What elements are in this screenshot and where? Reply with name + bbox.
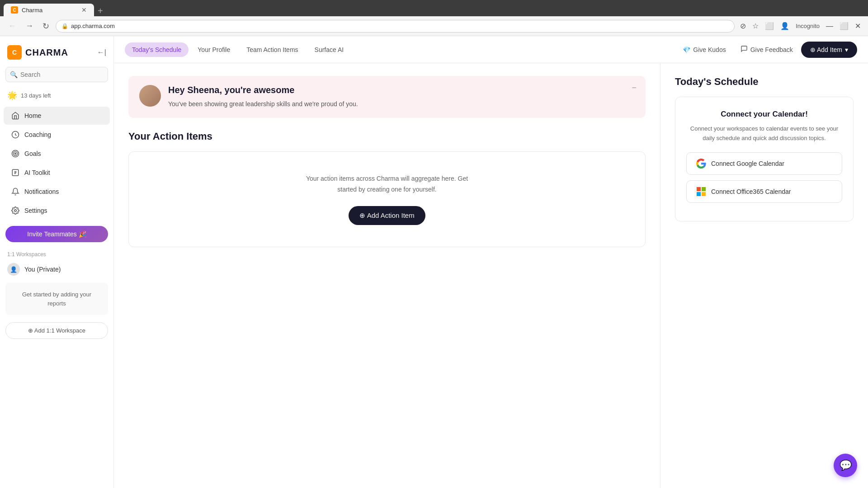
workspaces-section-label: 1:1 Workspaces	[0, 248, 113, 259]
search-input[interactable]	[5, 67, 108, 82]
tab-title: Charma	[22, 7, 42, 14]
kudos-message: You've been showing great leadership ski…	[168, 99, 635, 109]
sidebar-home-label: Home	[24, 112, 41, 119]
action-items-empty-state: Your action items across Charma will agg…	[128, 151, 646, 247]
incognito-label: Incognito	[794, 23, 821, 29]
address-text: app.charma.com	[71, 23, 115, 29]
nav-todays-schedule-label: Today's Schedule	[132, 46, 181, 53]
logo-icon: C	[7, 45, 22, 60]
kudos-close-button[interactable]: −	[632, 83, 637, 93]
invite-teammates-button[interactable]: Invite Teammates 🎉	[5, 226, 108, 242]
right-sidebar-title: Today's Schedule	[675, 76, 854, 88]
cast-button[interactable]: ⊘	[738, 20, 748, 32]
search-icon: 🔍	[10, 71, 18, 78]
add-action-item-label: ⊕ Add Action Item	[359, 211, 414, 220]
top-navigation: Today's Schedule Your Profile Team Actio…	[114, 36, 868, 63]
lock-icon: 🔒	[61, 23, 68, 29]
action-items-section-title: Your Action Items	[128, 131, 646, 142]
trial-text: 13 days left	[21, 92, 51, 99]
nav-todays-schedule[interactable]: Today's Schedule	[125, 42, 189, 57]
svg-point-2	[14, 152, 18, 156]
right-sidebar: Today's Schedule Connect your Calendar! …	[660, 63, 868, 488]
kudos-banner: Hey Sheena, you're awesome You've been s…	[128, 76, 646, 118]
home-icon	[11, 111, 20, 120]
kudos-content: Hey Sheena, you're awesome You've been s…	[168, 85, 635, 109]
sidebar-item-settings[interactable]: Settings	[4, 202, 110, 220]
give-feedback-button[interactable]: Give Feedback	[734, 42, 799, 57]
avatar-icon: 👤	[10, 266, 17, 273]
feedback-icon	[741, 45, 748, 54]
bookmark-button[interactable]: ☆	[750, 20, 760, 32]
add-action-item-button[interactable]: ⊕ Add Action Item	[349, 206, 425, 225]
give-feedback-label: Give Feedback	[750, 46, 793, 53]
sidebar-item-coaching[interactable]: Coaching	[4, 126, 110, 144]
action-items-empty-text: Your action items across Charma will agg…	[301, 174, 473, 195]
kudos-title: Hey Sheena, you're awesome	[168, 85, 635, 95]
sidebar: C CHARMA ←| 🔍 🌟 13 days left Home	[0, 36, 114, 488]
content-area: Hey Sheena, you're awesome You've been s…	[114, 63, 868, 488]
account-button[interactable]: 👤	[778, 20, 791, 32]
calendar-card-text: Connect your workspaces to calendar even…	[686, 124, 842, 143]
sidebar-ai-toolkit-label: AI Toolkit	[24, 169, 50, 176]
forward-button[interactable]: →	[23, 19, 36, 33]
calendar-card-title: Connect your Calendar!	[686, 110, 842, 119]
sidebar-notifications-label: Notifications	[24, 188, 59, 195]
diamond-icon: 💎	[683, 46, 690, 53]
connect-google-calendar-button[interactable]: Connect Google Calendar	[686, 152, 842, 175]
svg-rect-8	[697, 192, 701, 196]
chat-icon: 💬	[840, 460, 852, 471]
trial-icon: 🌟	[7, 90, 17, 100]
add-item-label: ⊕ Add Item	[810, 46, 842, 53]
workspace-you-private[interactable]: 👤 You (Private)	[0, 259, 113, 279]
empty-state-text: Get started by adding your reports	[13, 290, 101, 308]
browser-tab[interactable]: C Charma ✕	[4, 4, 94, 16]
chat-button[interactable]: 💬	[834, 454, 857, 477]
nav-surface-ai-label: Surface AI	[315, 46, 344, 53]
new-tab-button[interactable]: +	[94, 6, 107, 16]
address-bar[interactable]: 🔒 app.charma.com	[56, 20, 735, 33]
extension-button[interactable]: ⬜	[763, 20, 776, 32]
close-window-button[interactable]: ✕	[853, 20, 863, 32]
connect-google-label: Connect Google Calendar	[711, 160, 784, 167]
sidebar-coaching-label: Coaching	[24, 131, 51, 138]
sidebar-item-notifications[interactable]: Notifications	[4, 183, 110, 201]
sidebar-collapse-button[interactable]: ←|	[97, 48, 106, 56]
ai-icon	[11, 168, 20, 177]
svg-point-3	[15, 153, 16, 155]
sidebar-item-goals[interactable]: Goals	[4, 145, 110, 163]
minimize-button[interactable]: —	[824, 20, 835, 32]
bell-icon	[11, 187, 20, 196]
kudos-avatar	[139, 85, 161, 107]
add-workspace-button[interactable]: ⊕ Add 1:1 Workspace	[5, 322, 108, 339]
sidebar-empty-state: Get started by adding your reports	[5, 283, 108, 315]
nav-your-profile[interactable]: Your Profile	[190, 42, 237, 57]
workspace-avatar: 👤	[7, 263, 20, 276]
charma-logo: C CHARMA	[7, 45, 68, 60]
give-kudos-button[interactable]: 💎 Give Kudos	[676, 42, 732, 57]
sidebar-item-ai-toolkit[interactable]: AI Toolkit	[4, 164, 110, 182]
settings-icon	[11, 206, 20, 215]
add-item-button[interactable]: ⊕ Add Item ▾	[801, 42, 857, 58]
svg-point-5	[14, 210, 17, 212]
sidebar-logo-area: C CHARMA ←|	[0, 42, 113, 67]
back-button[interactable]: ←	[5, 19, 19, 33]
google-icon	[696, 158, 707, 169]
tab-favicon: C	[11, 6, 18, 14]
svg-rect-9	[702, 192, 706, 196]
add-workspace-label: ⊕ Add 1:1 Workspace	[28, 327, 85, 334]
office-icon	[696, 186, 707, 197]
add-item-chevron-icon: ▾	[845, 46, 848, 53]
connect-office365-calendar-button[interactable]: Connect Office365 Calendar	[686, 180, 842, 203]
svg-rect-6	[697, 187, 701, 191]
sidebar-item-home[interactable]: Home	[4, 107, 110, 125]
workspace-label: You (Private)	[24, 266, 61, 273]
nav-team-action-items[interactable]: Team Action Items	[239, 42, 305, 57]
svg-rect-7	[702, 187, 706, 191]
connect-office365-label: Connect Office365 Calendar	[711, 188, 791, 195]
invite-teammates-label: Invite Teammates 🎉	[27, 230, 86, 238]
trial-badge-area: 🌟 13 days left	[0, 88, 113, 103]
maximize-button[interactable]: ⬜	[838, 20, 850, 32]
reload-button[interactable]: ↻	[40, 19, 52, 33]
nav-surface-ai[interactable]: Surface AI	[307, 42, 351, 57]
tab-close-button[interactable]: ✕	[81, 6, 87, 14]
